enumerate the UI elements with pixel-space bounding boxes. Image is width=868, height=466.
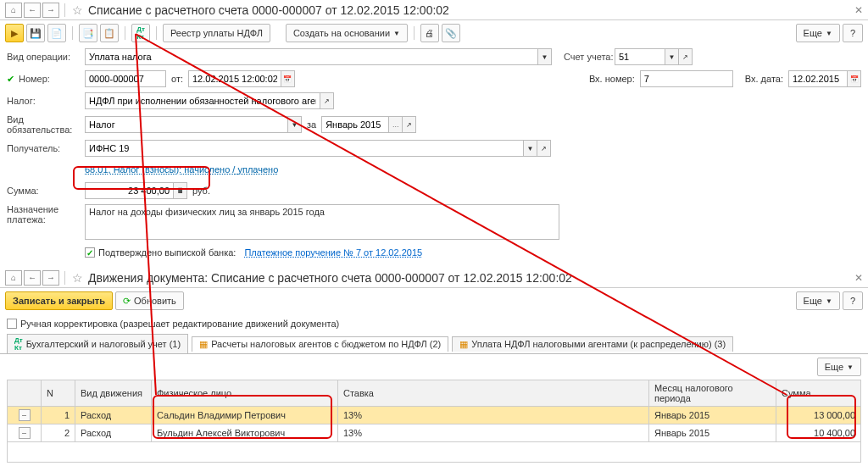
more-button[interactable]: Еще ▼	[796, 24, 840, 42]
date-calendar-icon[interactable]: 📅	[281, 70, 295, 87]
in-date-field[interactable]	[788, 70, 848, 87]
tab-ndfl-distribution[interactable]: ▦ Уплата НДФЛ налоговыми агентами (к рас…	[452, 336, 733, 352]
recipient-open-icon[interactable]: ↗	[537, 140, 551, 157]
col-sum: Сумма	[776, 380, 861, 407]
back-icon[interactable]: ←	[24, 3, 41, 18]
period-field[interactable]	[321, 116, 389, 133]
help-button-2[interactable]: ?	[843, 291, 863, 310]
sum-calc-icon[interactable]: 🖩	[174, 182, 187, 199]
tax-open-icon[interactable]: ↗	[320, 92, 334, 109]
forward-icon[interactable]: →	[42, 3, 59, 18]
in-date-label: Вх. дата:	[745, 74, 783, 84]
in-date-calendar-icon[interactable]: 📅	[848, 70, 861, 87]
save-icon[interactable]: 💾	[26, 24, 45, 42]
confirmed-checkbox[interactable]	[85, 247, 95, 258]
tab-ndfl-agents[interactable]: ▦ Расчеты налоговых агентов с бюджетом п…	[192, 336, 448, 352]
favorite-icon[interactable]: ☆	[72, 3, 83, 17]
manual-label: Ручная корректировка (разрешает редактир…	[20, 319, 339, 329]
home-icon[interactable]: ⌂	[5, 3, 22, 18]
col-person: Физическое лицо	[152, 380, 338, 407]
number-label: Номер:	[19, 74, 85, 84]
window-title: Списание с расчетного счета 0000-000007 …	[88, 3, 449, 17]
minus-icon[interactable]: –	[19, 427, 31, 439]
sum-field[interactable]	[85, 182, 174, 199]
col-rate: Ставка	[338, 380, 649, 407]
account-field[interactable]	[615, 48, 665, 65]
close-icon[interactable]: ✕	[854, 4, 863, 16]
minus-icon[interactable]: –	[19, 409, 31, 421]
payment-order-link[interactable]: Платежное поручение № 7 от 12.02.2015	[244, 247, 422, 258]
account-open-icon[interactable]: ↗	[679, 48, 693, 65]
recipient-field[interactable]	[85, 140, 524, 157]
aux1-icon[interactable]: 📑	[79, 24, 97, 42]
period-more-icon[interactable]: …	[389, 116, 403, 133]
op-type-field[interactable]	[85, 48, 538, 65]
aux2-icon[interactable]: 📋	[100, 24, 119, 42]
movements-table: N Вид движения Физическое лицо Ставка Ме…	[7, 380, 861, 442]
col-period: Месяц налогового периода	[649, 380, 776, 407]
liab-label: Вид обязательства:	[7, 114, 85, 135]
create-based-button[interactable]: Создать на основании ▼	[286, 24, 408, 42]
manual-checkbox[interactable]	[7, 319, 17, 329]
tax-label: Налог:	[7, 96, 85, 106]
post-close-icon[interactable]: 📄	[47, 24, 66, 42]
window-title-2: Движения документа: Списание с расчетног…	[88, 271, 572, 285]
home-icon-2[interactable]: ⌂	[5, 270, 22, 286]
posted-icon: ✔	[7, 74, 19, 85]
period-label: за	[307, 119, 316, 130]
save-close-button[interactable]: Записать и закрыть	[5, 291, 113, 310]
dt-kt-icon[interactable]: ДтКт	[131, 24, 150, 42]
refresh-button[interactable]: ⟳ Обновить	[115, 291, 184, 310]
table-row[interactable]: – 2 Расход Бульдин Алексей Викторович 13…	[8, 424, 861, 442]
col-n: N	[42, 380, 75, 407]
help-button[interactable]: ?	[843, 24, 863, 42]
sum-label: Сумма:	[7, 186, 85, 196]
op-type-dropdown-icon[interactable]: ▼	[538, 48, 552, 65]
tab-accounting[interactable]: ДтКт Бухгалтерский и налоговый учет (1)	[7, 334, 188, 353]
date-field[interactable]	[188, 70, 281, 87]
col-move: Вид движения	[75, 380, 152, 407]
period-open-icon[interactable]: ↗	[403, 116, 416, 133]
number-field[interactable]	[85, 70, 166, 87]
liab-dropdown-icon[interactable]: ▼	[288, 116, 302, 133]
op-type-label: Вид операции:	[7, 52, 85, 62]
date-label: от:	[171, 74, 183, 84]
post-button[interactable]: ▶	[5, 24, 24, 42]
back-icon-2[interactable]: ←	[24, 270, 41, 286]
print-icon[interactable]: 🖨	[420, 24, 439, 42]
more-button-2[interactable]: Еще ▼	[796, 291, 840, 310]
recipient-dropdown-icon[interactable]: ▼	[524, 140, 537, 157]
account-dropdown-icon[interactable]: ▼	[665, 48, 679, 65]
forward-icon-2[interactable]: →	[42, 270, 59, 286]
purpose-label: Назначение платежа:	[7, 204, 85, 225]
purpose-textarea[interactable]: Налог на доходы физических лиц за январь…	[85, 204, 559, 240]
close-icon-2[interactable]: ✕	[854, 272, 863, 284]
recipient-label: Получатель:	[7, 143, 85, 153]
accrual-link[interactable]: 68.01, Налог (взносы): начислено / уплач…	[85, 164, 278, 175]
confirmed-label: Подтверждено выпиской банка:	[98, 247, 236, 258]
account-label: Счет учета:	[564, 52, 615, 62]
in-number-field[interactable]	[640, 70, 733, 87]
liab-field[interactable]	[85, 116, 288, 133]
favorite-icon-2[interactable]: ☆	[72, 271, 83, 285]
tax-field[interactable]	[85, 92, 320, 109]
registry-button[interactable]: Реестр уплаты НДФЛ	[163, 24, 270, 42]
attach-icon[interactable]: 📎	[442, 24, 460, 42]
in-number-label: Вх. номер:	[589, 74, 635, 84]
table-more-button[interactable]: Еще ▼	[817, 358, 861, 376]
table-row[interactable]: – 1 Расход Сальдин Владимир Петрович 13%…	[8, 407, 861, 424]
rub-label: руб.	[192, 186, 210, 196]
